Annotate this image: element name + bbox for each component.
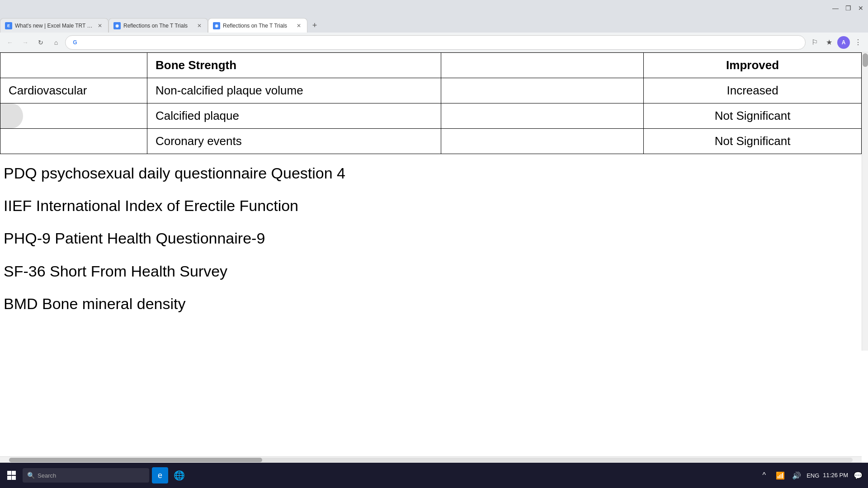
cell-empty-0 <box>441 78 643 103</box>
cell-empty-2 <box>441 129 643 154</box>
cell-category-empty-1 <box>0 103 147 129</box>
home-button[interactable]: ⌂ <box>50 36 62 49</box>
scrollbar-bottom-track <box>9 458 853 462</box>
bookmarks-icon[interactable]: ★ <box>823 36 835 49</box>
network-icon[interactable]: 📶 <box>774 469 787 482</box>
search-icon: 🔍 <box>27 472 35 479</box>
tab-1[interactable]: E What's new | Excel Male TRT For... ✕ <box>0 18 108 33</box>
taskbar-edge[interactable]: e <box>152 467 168 483</box>
partial-image <box>0 103 23 128</box>
scrollbar-bottom-thumb[interactable] <box>9 458 262 462</box>
scrollbar-bottom[interactable] <box>0 456 862 463</box>
windows-logo <box>7 471 16 480</box>
tab-3-label: Reflections on The T Trials <box>223 23 292 29</box>
tab-3-favicon: ◉ <box>213 22 220 29</box>
maximize-button[interactable]: ❐ <box>844 5 852 12</box>
edge-icon: e <box>158 471 162 480</box>
chrome-icon: 🌐 <box>174 470 185 481</box>
taskbar: 🔍 Search e 🌐 ^ 📶 🔊 ENG 11:26 PM 💬 <box>0 463 868 488</box>
table-row-calcified: Calcified plaque Not Significant <box>0 103 862 129</box>
cell-category-empty-2 <box>0 129 147 154</box>
back-button[interactable]: ← <box>4 36 16 49</box>
tab-2[interactable]: ◉ Reflections on The T Trials ✕ <box>108 18 208 33</box>
table-row-cardiovascular: Cardiovascular Non-calcified plaque volu… <box>0 78 862 103</box>
cell-measure-calcified: Calcified plaque <box>147 103 441 129</box>
google-icon: G <box>71 38 79 47</box>
data-table: Bone Strength Improved Cardiovascular No… <box>0 52 862 154</box>
new-tab-button[interactable]: + <box>307 18 322 33</box>
nav-right-icons: ⚐ ★ A ⋮ <box>808 36 864 49</box>
scrollbar-right[interactable] <box>862 52 868 351</box>
text-line-4: SF-36 Short From Health Survey <box>4 261 858 281</box>
minimize-button[interactable]: — <box>832 5 839 12</box>
taskbar-search[interactable]: 🔍 Search <box>23 468 149 483</box>
tab-3-close[interactable]: ✕ <box>295 22 302 29</box>
search-placeholder: Search <box>38 472 56 479</box>
tab-2-favicon: ◉ <box>113 22 121 29</box>
text-line-3: PHQ-9 Patient Health Questionnaire-9 <box>4 228 858 248</box>
cell-measure-plaque-noncalc: Non-calcified plaque volume <box>147 78 441 103</box>
text-line-1: PDQ psychosexual daily questionnaire Que… <box>4 163 858 183</box>
text-line-2: IIEF International Index of Erectile Fun… <box>4 196 858 216</box>
title-bar-controls: — ❐ ✕ <box>832 5 864 12</box>
header-measure: Bone Strength <box>147 53 441 78</box>
cell-category-cardiovascular: Cardiovascular <box>0 78 147 103</box>
text-line-5: BMD Bone mineral density <box>4 294 858 314</box>
extensions-icon[interactable]: ⚐ <box>808 36 821 49</box>
tabs-bar: E What's new | Excel Male TRT For... ✕ ◉… <box>0 16 868 33</box>
browser-chrome: — ❐ ✕ E What's new | Excel Male TRT For.… <box>0 0 868 53</box>
cell-result-notsig-2: Not Significant <box>644 129 862 154</box>
tab-1-close[interactable]: ✕ <box>96 22 104 29</box>
tab-2-close[interactable]: ✕ <box>196 22 203 29</box>
start-button[interactable] <box>4 467 20 483</box>
scrollbar-thumb[interactable] <box>863 53 868 67</box>
nav-bar: ← → ↻ ⌂ G ⚐ ★ A ⋮ <box>0 33 868 52</box>
cell-empty-1 <box>441 103 643 129</box>
taskbar-chrome[interactable]: 🌐 <box>171 467 187 483</box>
notifications-icon[interactable]: 💬 <box>852 469 864 482</box>
table-header-row: Bone Strength Improved <box>0 53 862 78</box>
reload-button[interactable]: ↻ <box>34 36 47 49</box>
time-display: 11:26 PM <box>823 471 848 479</box>
header-category <box>0 53 147 78</box>
table-row-coronary: Coronary events Not Significant <box>0 129 862 154</box>
profile-icon[interactable]: A <box>837 36 850 49</box>
menu-icon[interactable]: ⋮ <box>852 36 864 49</box>
cell-result-increased: Increased <box>644 78 862 103</box>
taskbar-right: ^ 📶 🔊 ENG 11:26 PM 💬 <box>758 469 864 482</box>
tab-2-label: Reflections on The T Trials <box>123 23 193 29</box>
address-bar[interactable]: G <box>65 35 806 50</box>
tab-1-favicon: E <box>5 22 12 29</box>
close-button[interactable]: ✕ <box>857 5 864 12</box>
cell-measure-coronary: Coronary events <box>147 129 441 154</box>
volume-icon[interactable]: 🔊 <box>790 469 803 482</box>
text-content: PDQ psychosexual daily questionnaire Que… <box>0 154 862 335</box>
table-container: Bone Strength Improved Cardiovascular No… <box>0 52 862 154</box>
title-bar: — ❐ ✕ <box>0 0 868 16</box>
system-tray-expand[interactable]: ^ <box>758 469 770 482</box>
page-content: Bone Strength Improved Cardiovascular No… <box>0 52 862 456</box>
header-empty <box>441 53 643 78</box>
tab-1-label: What's new | Excel Male TRT For... <box>15 23 94 29</box>
header-result: Improved <box>644 53 862 78</box>
tab-3[interactable]: ◉ Reflections on The T Trials ✕ <box>208 18 307 33</box>
time-text: 11:26 PM <box>823 471 848 479</box>
forward-button[interactable]: → <box>19 36 32 49</box>
cell-result-notsig-1: Not Significant <box>644 103 862 129</box>
lang-label: ENG <box>807 472 819 479</box>
